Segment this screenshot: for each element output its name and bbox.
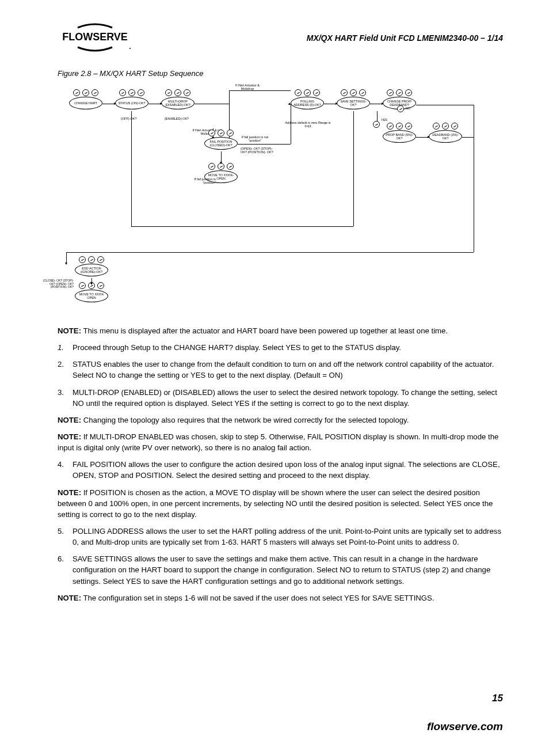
label-no: NO xyxy=(406,107,410,110)
label-if-fail-pos: If fail position is "position" xyxy=(187,177,216,184)
note-text: Changing the topology also requires that… xyxy=(81,416,409,424)
oval-label: ESD ACTION (IGNORE)-OK? xyxy=(75,264,108,276)
node-deadband: DEADBAND (2%)-OK? xyxy=(429,123,462,140)
no-knob-icon xyxy=(397,105,404,112)
node-fail-position: FAIL POSITION (CLOSED)-OK? xyxy=(204,130,238,147)
body-text: NOTE: This menu is displayed after the a… xyxy=(58,325,503,603)
figure-caption: Figure 2.8 – MX/QX HART Setup Sequence xyxy=(58,69,503,78)
label-if-fail-not-pos: If fail position is not "position" xyxy=(241,135,269,142)
label-addr-default: Address default is zero Range is 0-63 xyxy=(285,121,331,128)
note-text: This menu is displayed after the actuato… xyxy=(81,326,448,335)
page-number: 15 xyxy=(492,693,503,704)
list-item: 3.MULTI-DROP (ENABLED) or (DISABLED) all… xyxy=(58,387,503,409)
note-label: NOTE: xyxy=(58,594,81,602)
node-status: STATUS (ON)-OK? xyxy=(115,89,148,107)
label-yes: YES xyxy=(381,118,387,121)
label-enabled-ok: (ENABLED)-OK? xyxy=(165,117,189,120)
note-label: NOTE: xyxy=(58,416,81,424)
list-item: 6.SAVE SETTINGS allows the user to save … xyxy=(58,553,503,586)
logo-text: FLOWSERVE xyxy=(62,31,128,43)
node-change-prop: CHANGE PROP/ DEADBAND? xyxy=(383,89,416,107)
setup-sequence-diagram: CHANGE HART STATUS (ON)-OK? MULTI-DROP (… xyxy=(58,83,503,314)
note-label: NOTE: xyxy=(58,488,81,497)
page-header: FLOWSERVE MX/QX HART Field Unit FCD LMEN… xyxy=(58,23,503,52)
label-close-stop-open-pos: (CLOSE)- OK? (STOP)- OK? (OPEN)- OK? (PO… xyxy=(41,279,74,289)
oval-label: DEADBAND (2%)-OK? xyxy=(429,130,462,143)
node-change-hart: CHANGE HART xyxy=(69,89,102,107)
note-text: The configuration set in steps 1-6 will … xyxy=(81,594,434,602)
yes-knob-icon xyxy=(373,121,380,128)
label-off-ok: (OFF)-OK? xyxy=(121,117,137,120)
oval-label: MULTI-DROP (DISABLED)-OK? xyxy=(161,97,195,109)
li-text: MULTI-DROP (ENABLED) or (DISABLED) allow… xyxy=(73,387,503,409)
li-text: STATUS enables the user to change from t… xyxy=(73,359,503,381)
oval-label: PROP BAND (5%)-OK? xyxy=(383,130,416,143)
label-if-hart-multi: If Hart Actuator & Multidrop xyxy=(230,83,265,90)
oval-label: STATUS (ON)-OK? xyxy=(115,97,148,109)
node-multidrop: MULTI-DROP (DISABLED)-OK? xyxy=(161,89,195,107)
li-text: POLLING ADDRESS allows the user to set t… xyxy=(73,526,503,548)
list-item: 2.STATUS enables the user to change from… xyxy=(58,359,503,381)
note-label: NOTE: xyxy=(58,326,81,335)
flowserve-logo: FLOWSERVE xyxy=(58,23,132,52)
li-text: Proceed through Setup to the CHANGE HART… xyxy=(73,342,503,353)
note-label: NOTE: xyxy=(58,432,81,441)
node-esd-action: ESD ACTION (IGNORE)-OK? xyxy=(75,256,108,273)
node-save: SAVE SETTINGS-OK? xyxy=(337,89,370,107)
oval-label: POLLING ADDRESS (0)-OK? xyxy=(291,97,324,109)
li-text: FAIL POSITION allows the user to configu… xyxy=(73,459,503,481)
oval-label: CHANGE HART xyxy=(69,97,102,109)
list-item: 5.POLLING ADDRESS allows the user to set… xyxy=(58,526,503,548)
oval-label: MOVE TO XXX% OPEN xyxy=(75,290,108,302)
oval-label: FAIL POSITION (CLOSED)-OK? xyxy=(204,137,238,150)
label-open-stop-pos: (OPEN)- OK? (STOP)- OK? (POSITION)- OK? xyxy=(241,147,275,154)
doc-title: MX/QX HART Field Unit FCD LMENIM2340-00 … xyxy=(307,33,503,43)
li-text: SAVE SETTINGS allows the user to save th… xyxy=(73,553,503,586)
oval-label: SAVE SETTINGS-OK? xyxy=(337,97,370,109)
note-text: If MULTI-DROP ENABLED was chosen, skip t… xyxy=(58,432,498,452)
footer-url: flowserve.com xyxy=(427,720,503,733)
node-polling: POLLING ADDRESS (0)-OK? xyxy=(291,89,324,107)
node-prop-band: PROP BAND (5%)-OK? xyxy=(383,123,416,140)
svg-point-0 xyxy=(129,48,131,49)
list-item: 4.FAIL POSITION allows the user to confi… xyxy=(58,459,503,481)
list-item: 1.Proceed through Setup to the CHANGE HA… xyxy=(58,342,503,353)
note-text: If POSITION is chosen as the action, a M… xyxy=(58,488,493,519)
